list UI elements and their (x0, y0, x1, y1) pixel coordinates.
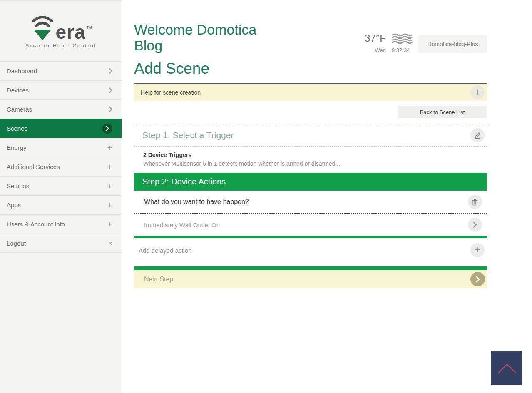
back-to-scene-list-button[interactable]: Back to Scene List (398, 106, 487, 118)
sidebar-item-cameras[interactable]: Cameras (0, 99, 122, 119)
controller-name-badge[interactable]: Domotica-blog-Plus (418, 35, 487, 53)
sidebar-item-devices[interactable]: Devices (0, 80, 122, 99)
next-step-section: Next Step (134, 266, 487, 288)
step1-title: Step 1: Select a Trigger (142, 130, 234, 140)
plus-icon: + (475, 245, 480, 255)
device-action-card: What do you want to have happen? (134, 191, 487, 238)
page-title: Add Scene (134, 60, 487, 77)
step2-header: Step 2: Device Actions (134, 173, 487, 191)
chevron-up-icon (497, 362, 517, 375)
add-delayed-action-button[interactable]: + (470, 243, 485, 257)
vera-logo: era TM Smarter Home Control (0, 1, 122, 56)
plus-icon: + (107, 182, 112, 190)
logo-tm: TM (87, 25, 92, 30)
sidebar-item-additional-services[interactable]: Additional Services + (0, 157, 122, 176)
sidebar-item-dashboard[interactable]: Dashboard (0, 61, 122, 80)
help-expand-button[interactable]: + (470, 85, 485, 99)
clock-time: 9:32:34 (392, 47, 410, 53)
sidebar-item-scenes[interactable]: Scenes (0, 119, 122, 138)
open-action-button[interactable] (468, 218, 482, 232)
trash-icon (472, 199, 478, 206)
chevron-right-icon (109, 87, 112, 93)
weekday-label: Wed (375, 47, 386, 53)
chevron-right-icon (109, 68, 112, 74)
plus-icon: + (107, 143, 112, 152)
plus-icon: + (107, 201, 112, 209)
close-icon: × (108, 240, 112, 247)
sidebar-item-users-account[interactable]: Users & Account Info + (0, 214, 122, 234)
pencil-icon (475, 132, 481, 139)
add-delayed-action-label: Add delayed action (139, 247, 192, 254)
trigger-summary-block: 2 Device Triggers Whenever Multisensor 6… (134, 147, 487, 173)
fog-weather-icon (392, 33, 413, 44)
help-bar-label: Help for scene creation (141, 89, 201, 96)
scroll-to-top-button[interactable] (491, 351, 522, 385)
plus-icon: + (107, 162, 112, 171)
step2-title: Step 2: Device Actions (142, 177, 226, 187)
chevron-right-icon (473, 221, 477, 228)
sidebar-item-energy[interactable]: Energy + (0, 138, 122, 157)
trigger-description: Whenever Multisensor 6 in 1 detects moti… (143, 160, 487, 167)
chevron-right-icon (109, 106, 112, 112)
delete-action-button[interactable] (468, 195, 482, 209)
weather-temp: 37°F (365, 32, 386, 44)
next-step-label: Next Step (144, 276, 173, 283)
immediate-action-label: Immediately Wall Outlet On (144, 221, 220, 229)
chevron-right-circle-icon (470, 272, 485, 286)
logo-tagline: Smarter Home Control (25, 43, 96, 49)
action-question: What do you want to have happen? (144, 198, 249, 206)
step1-edit-button[interactable] (470, 128, 485, 142)
sidebar-menu: Dashboard Devices Cameras Scenes Energy (0, 61, 122, 253)
welcome-heading: Welcome Domotica Blog (134, 22, 280, 53)
trigger-count: 2 Device Triggers (143, 152, 487, 158)
immediate-action-row[interactable]: Immediately Wall Outlet On (134, 214, 487, 236)
vera-logo-icon (30, 13, 55, 40)
chevron-right-circle-icon (102, 124, 112, 134)
sidebar: era TM Smarter Home Control Dashboard De… (0, 0, 122, 393)
next-step-accent-bar (134, 266, 487, 270)
sidebar-item-settings[interactable]: Settings + (0, 176, 122, 195)
clock-widget: 37°F Wed 9:32:34 Domotica-blog- (365, 22, 487, 53)
next-step-button[interactable]: Next Step (134, 270, 487, 288)
main-content: Welcome Domotica Blog 37°F Wed (122, 0, 532, 393)
sidebar-item-apps[interactable]: Apps + (0, 195, 122, 214)
sidebar-item-logout[interactable]: Logout × (0, 234, 122, 253)
plus-icon: + (107, 220, 112, 229)
help-bar[interactable]: Help for scene creation + (134, 83, 487, 101)
add-delayed-action-row[interactable]: Add delayed action + (134, 238, 487, 262)
plus-icon: + (475, 87, 480, 97)
logo-brand-text: era (55, 24, 85, 40)
